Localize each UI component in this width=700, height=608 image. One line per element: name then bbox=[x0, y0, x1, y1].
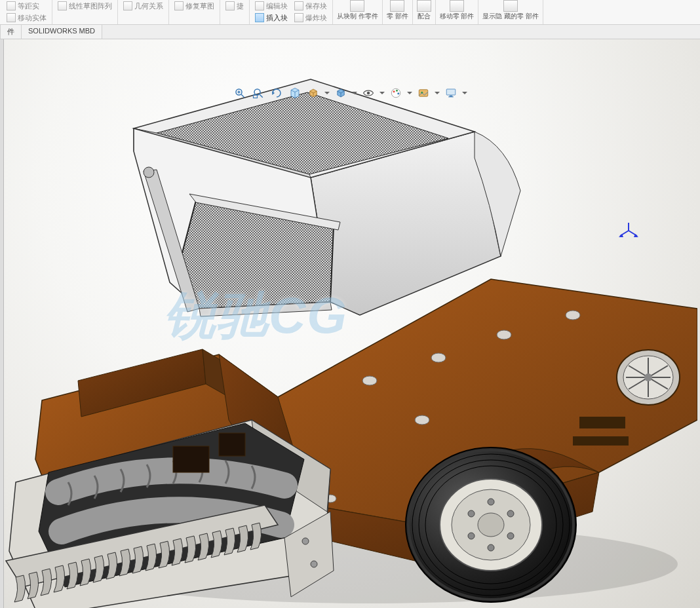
apply-scene-button[interactable] bbox=[416, 86, 431, 100]
harvester-model bbox=[3, 53, 697, 608]
display-style-dropdown[interactable] bbox=[352, 86, 357, 100]
show-hide-components-icon bbox=[503, 0, 518, 12]
make-part-from-block-button[interactable]: 从块制 作零件 bbox=[333, 0, 383, 24]
svg-point-11 bbox=[396, 90, 398, 92]
graphics-viewport[interactable]: 锐驰CG bbox=[0, 39, 700, 608]
geometry-relation-label: 几何关系 bbox=[134, 1, 163, 10]
svg-point-58 bbox=[408, 450, 574, 599]
tab-solidworks-mbd[interactable]: SOLIDWORKS MBD bbox=[22, 25, 102, 39]
svg-point-63 bbox=[452, 489, 530, 560]
geometry-relation-button[interactable]: 几何关系 bbox=[121, 0, 166, 12]
svg-point-12 bbox=[397, 92, 399, 94]
svg-marker-55 bbox=[144, 170, 199, 312]
view-settings-button[interactable] bbox=[444, 86, 458, 100]
svg-rect-17 bbox=[448, 96, 454, 97]
svg-marker-77 bbox=[6, 505, 278, 587]
svg-point-33 bbox=[497, 330, 511, 339]
insert-block-button[interactable]: 插入块 bbox=[252, 12, 290, 24]
snap-label: 捷 bbox=[237, 1, 244, 10]
mate-button[interactable]: 配合 bbox=[413, 0, 436, 24]
snap-icon bbox=[225, 1, 235, 10]
ribbon-group-relations: 几何关系 bbox=[118, 0, 169, 24]
tab-features[interactable]: 件 bbox=[0, 25, 22, 39]
view-orientation-dropdown[interactable] bbox=[324, 86, 330, 100]
svg-point-39 bbox=[623, 356, 673, 399]
explode-block-label: 爆炸块 bbox=[305, 13, 327, 22]
eye-icon bbox=[362, 87, 374, 99]
svg-rect-46 bbox=[573, 436, 629, 446]
view-settings-dropdown[interactable] bbox=[462, 86, 467, 100]
repair-sketch-button[interactable]: 修复草图 bbox=[172, 0, 217, 12]
svg-marker-71 bbox=[9, 420, 330, 608]
svg-line-5 bbox=[260, 94, 263, 98]
save-block-button[interactable]: 保存块 bbox=[292, 0, 330, 12]
svg-marker-72 bbox=[252, 420, 330, 512]
svg-point-8 bbox=[367, 92, 370, 95]
svg-point-57 bbox=[406, 447, 576, 602]
edit-block-icon bbox=[255, 1, 264, 10]
svg-marker-52 bbox=[180, 200, 334, 309]
part-label: 零 部件 bbox=[387, 12, 408, 20]
svg-line-19 bbox=[629, 231, 637, 236]
origin-triad-icon bbox=[617, 221, 640, 240]
zoom-to-fit-icon bbox=[234, 87, 246, 99]
ribbon-command-bar: 等距实 移动实体 线性草图阵列 几何关系 修复草图 捷 编辑块 保存块 插入块 … bbox=[0, 0, 700, 25]
move-entity-label: 移动实体 bbox=[18, 13, 47, 22]
part-icon bbox=[390, 0, 404, 12]
make-part-from-block-label: 从块制 作零件 bbox=[337, 12, 378, 20]
display-style-button[interactable] bbox=[334, 86, 348, 100]
equal-distance-button[interactable]: 等距实 bbox=[4, 0, 42, 12]
insert-block-label: 插入块 bbox=[266, 13, 288, 22]
svg-point-66 bbox=[507, 510, 514, 517]
edit-appearance-button[interactable] bbox=[389, 86, 403, 100]
view-orientation-button[interactable] bbox=[306, 86, 321, 100]
svg-marker-73 bbox=[39, 423, 304, 587]
svg-point-38 bbox=[617, 350, 680, 405]
svg-point-35 bbox=[415, 415, 429, 425]
edit-appearance-dropdown[interactable] bbox=[407, 86, 412, 100]
svg-point-37 bbox=[324, 495, 336, 503]
svg-line-41 bbox=[629, 366, 668, 389]
section-view-button[interactable] bbox=[288, 86, 302, 100]
svg-marker-26 bbox=[78, 349, 206, 417]
svg-point-69 bbox=[468, 533, 475, 539]
svg-rect-16 bbox=[450, 96, 453, 97]
previous-view-button[interactable] bbox=[269, 86, 284, 100]
svg-point-32 bbox=[431, 353, 446, 362]
svg-marker-30 bbox=[219, 354, 311, 505]
zoom-to-area-button[interactable] bbox=[251, 86, 265, 100]
hide-show-dropdown[interactable] bbox=[379, 86, 385, 100]
svg-rect-15 bbox=[446, 89, 456, 95]
zoom-to-fit-button[interactable] bbox=[233, 86, 247, 100]
equal-distance-label: 等距实 bbox=[18, 1, 39, 10]
ribbon-group-constraints: 等距实 移动实体 bbox=[1, 0, 52, 24]
view-orientation-icon bbox=[307, 87, 319, 99]
svg-point-76 bbox=[311, 561, 317, 567]
explode-block-button[interactable]: 爆炸块 bbox=[292, 12, 330, 24]
move-component-button[interactable]: 移动零 部件 bbox=[436, 0, 479, 24]
part-button[interactable]: 零 部件 bbox=[383, 0, 413, 24]
zoom-to-area-icon bbox=[252, 87, 264, 99]
svg-point-44 bbox=[644, 373, 652, 381]
show-hide-components-button[interactable]: 显示隐 藏的零 部件 bbox=[478, 0, 543, 24]
svg-marker-54 bbox=[199, 302, 332, 316]
svg-point-10 bbox=[393, 90, 395, 92]
svg-marker-21 bbox=[619, 234, 623, 237]
svg-point-31 bbox=[362, 376, 377, 385]
snap-button[interactable]: 捷 bbox=[223, 0, 246, 12]
svg-marker-49 bbox=[157, 92, 448, 174]
linear-sketch-pattern-button[interactable]: 线性草图阵列 bbox=[55, 0, 115, 12]
make-part-from-block-icon bbox=[350, 0, 364, 12]
svg-rect-6 bbox=[254, 95, 258, 98]
svg-marker-47 bbox=[311, 132, 501, 315]
move-entity-button[interactable]: 移动实体 bbox=[4, 12, 49, 24]
edit-block-label: 编辑块 bbox=[266, 1, 288, 10]
svg-rect-78 bbox=[173, 446, 209, 472]
show-hide-components-label: 显示隐 藏的零 部件 bbox=[482, 12, 539, 20]
ribbon-group-snap: 捷 bbox=[220, 0, 250, 24]
svg-point-70 bbox=[468, 510, 475, 517]
hide-show-items-button[interactable] bbox=[361, 86, 376, 100]
edit-block-button[interactable]: 编辑块 bbox=[252, 0, 290, 12]
apply-scene-dropdown[interactable] bbox=[435, 86, 440, 100]
svg-line-18 bbox=[620, 231, 629, 236]
